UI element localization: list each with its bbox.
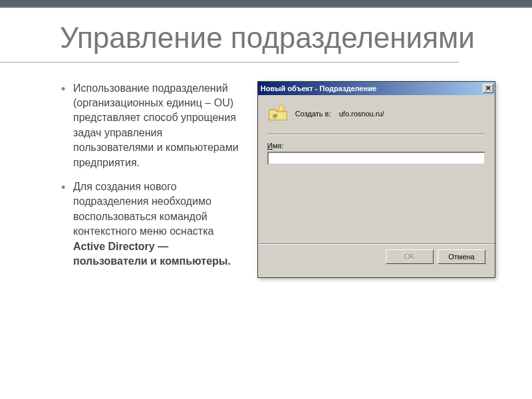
cancel-button[interactable]: Отмена <box>438 249 485 264</box>
create-in-label: Создать в: <box>295 110 331 118</box>
dialog-header-row: Создать в: ufo.rosnou.ru/ <box>267 103 485 124</box>
close-icon[interactable]: ✕ <box>483 84 493 93</box>
bullet-list: Использование подразделений (организацио… <box>60 81 241 279</box>
dialog-body: Создать в: ufo.rosnou.ru/ Имя: <box>258 95 495 243</box>
slide-content: Управление подразделениями Использование… <box>0 8 532 278</box>
body-row: Использование подразделений (организацио… <box>60 81 495 279</box>
dialog-title: Новый объект - Подразделение <box>261 84 376 92</box>
bullet-bold: Active Directory — пользователи и компью… <box>73 241 231 267</box>
slide-top-bar <box>0 0 532 8</box>
create-in-row: Создать в: ufo.rosnou.ru/ <box>295 110 384 118</box>
dialog-titlebar[interactable]: Новый объект - Подразделение ✕ <box>258 82 495 95</box>
bullet-text: Для создания нового подразделения необхо… <box>73 181 213 237</box>
list-item: Для создания нового подразделения необхо… <box>73 180 241 269</box>
name-field-label: Имя: <box>267 142 485 150</box>
dialog-button-row: OK Отмена <box>258 243 495 271</box>
title-underline <box>0 62 459 63</box>
bullet-text: Использование подразделений (организацио… <box>73 82 239 168</box>
ok-button[interactable]: OK <box>386 249 434 264</box>
new-ou-dialog: Новый объект - Подразделение ✕ <box>257 81 495 279</box>
dialog-spacer <box>267 165 485 238</box>
create-in-path: ufo.rosnou.ru/ <box>339 110 384 118</box>
slide-title: Управление подразделениями <box>60 21 495 55</box>
list-item: Использование подразделений (организацио… <box>73 81 241 170</box>
name-input[interactable] <box>267 152 485 165</box>
dialog-divider <box>267 134 485 135</box>
ou-folder-icon <box>267 103 289 124</box>
